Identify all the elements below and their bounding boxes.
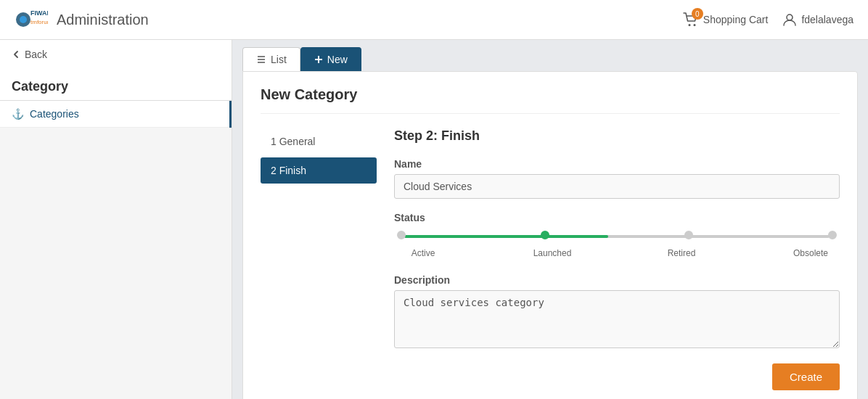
shopping-cart[interactable]: 0 Shopping Cart <box>683 12 769 27</box>
header: FIWARE tmforum Administration 0 Shopping… <box>0 0 868 40</box>
create-button[interactable]: Create <box>772 363 840 390</box>
content-area: List New New Category 1 General <box>232 40 868 399</box>
back-label: Back <box>25 49 47 60</box>
fiware-logo: FIWARE tmforum <box>15 5 48 34</box>
status-dot-launched[interactable] <box>541 231 549 239</box>
status-dot-retired[interactable] <box>684 231 693 239</box>
status-labels: Active Launched Retired Obsolete <box>394 247 840 258</box>
sidebar: Back Category ⚓ Categories <box>0 40 232 399</box>
name-input[interactable] <box>394 174 840 199</box>
tab-new-label: New <box>327 54 348 65</box>
tab-bar: List New <box>232 40 868 71</box>
status-dots <box>397 231 837 239</box>
step-1-label: 1 General <box>271 136 315 147</box>
list-icon <box>256 55 266 64</box>
plus-icon <box>314 55 323 64</box>
sidebar-title: Category <box>0 69 232 101</box>
tab-list[interactable]: List <box>242 47 300 71</box>
status-label-obsolete: Obsolete <box>782 248 840 258</box>
back-arrow-icon <box>12 50 20 59</box>
status-track-container: Active Launched Retired Obsolete <box>394 228 840 261</box>
tag-icon: ⚓ <box>12 108 24 120</box>
sidebar-item-categories[interactable]: ⚓ Categories <box>0 101 229 128</box>
status-label: Status <box>394 212 840 223</box>
status-label-active: Active <box>394 248 452 258</box>
status-label-retired: Retired <box>652 248 711 258</box>
main-layout: Back Category ⚓ Categories List <box>0 40 868 399</box>
status-label-launched: Launched <box>523 248 581 258</box>
page-card: New Category 1 General 2 Finish Step 2: … <box>242 71 858 399</box>
status-field-group: Status Acti <box>394 212 840 261</box>
svg-point-1 <box>20 16 27 23</box>
tab-new[interactable]: New <box>300 47 361 71</box>
description-input[interactable]: Cloud services category <box>394 290 840 348</box>
name-field-group: Name <box>394 158 840 199</box>
steps-layout: 1 General 2 Finish Step 2: Finish Name <box>261 128 840 390</box>
back-button[interactable]: Back <box>0 40 232 69</box>
name-label: Name <box>394 158 840 170</box>
logo: FIWARE tmforum <box>15 5 48 34</box>
user-icon <box>782 12 797 27</box>
sidebar-nav: ⚓ Categories <box>0 101 232 128</box>
step-2-label: 2 Finish <box>271 165 306 176</box>
step-1-general[interactable]: 1 General <box>261 128 377 155</box>
svg-point-4 <box>688 24 690 26</box>
step-2-finish[interactable]: 2 Finish <box>261 157 377 184</box>
cart-label: Shopping Cart <box>703 14 769 25</box>
status-dot-active[interactable] <box>397 231 406 239</box>
sidebar-item-label: Categories <box>30 108 79 120</box>
page-title: New Category <box>261 86 840 114</box>
status-dot-obsolete[interactable] <box>828 231 837 239</box>
svg-point-5 <box>693 24 695 26</box>
cart-badge: 0 <box>692 8 703 20</box>
svg-point-6 <box>787 15 793 20</box>
steps-sidebar: 1 General 2 Finish <box>261 128 377 390</box>
header-right: 0 Shopping Cart fdelalavega <box>683 12 853 27</box>
svg-text:tmforum: tmforum <box>30 19 48 25</box>
user-menu[interactable]: fdelalavega <box>782 12 853 27</box>
app-title: Administration <box>57 12 149 28</box>
svg-text:FIWARE: FIWARE <box>30 9 48 17</box>
tab-list-label: List <box>271 54 287 65</box>
username: fdelalavega <box>801 14 853 25</box>
description-label: Description <box>394 274 840 286</box>
step-title: Step 2: Finish <box>394 128 840 144</box>
cart-icon-wrapper: 0 <box>683 12 699 27</box>
header-left: FIWARE tmforum Administration <box>15 5 149 34</box>
description-field-group: Description Cloud services category <box>394 274 840 350</box>
form-content: Step 2: Finish Name Status <box>394 128 840 390</box>
form-footer: Create <box>394 363 840 390</box>
